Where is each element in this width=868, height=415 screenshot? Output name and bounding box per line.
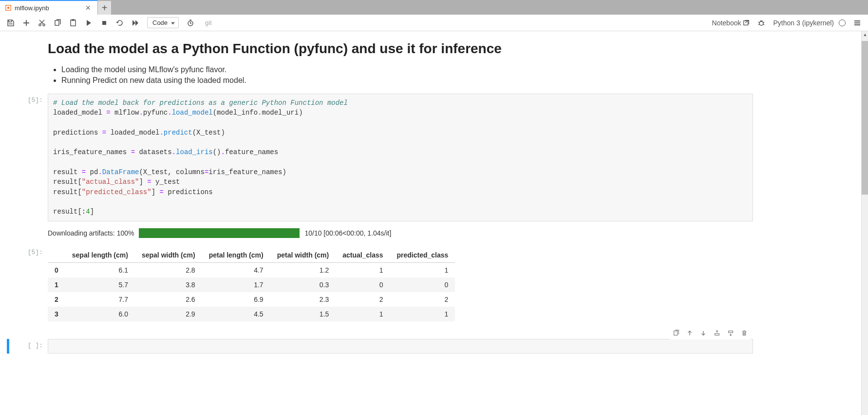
run-button[interactable]	[82, 16, 95, 30]
add-cell-button[interactable]	[19, 16, 33, 30]
svg-rect-4	[55, 20, 59, 25]
svg-rect-7	[102, 21, 106, 25]
stop-button[interactable]	[97, 16, 111, 30]
close-icon[interactable]: ×	[83, 3, 93, 13]
svg-point-1	[7, 7, 9, 9]
toolbar: Code git Notebook Python 3 (ipykernel)	[0, 15, 868, 31]
save-button[interactable]	[4, 16, 18, 30]
tab-title: mlflow.ipynb	[15, 4, 49, 12]
notebook-icon	[5, 4, 12, 11]
tab-mlflow[interactable]: mlflow.ipynb ×	[0, 0, 97, 15]
kernel-label[interactable]: Python 3 (ipykernel)	[773, 19, 834, 27]
timer-icon[interactable]	[184, 16, 197, 30]
copy-button[interactable]	[51, 16, 64, 30]
cell-type-select[interactable]: Code	[147, 17, 179, 28]
svg-point-10	[759, 21, 763, 25]
bug-icon[interactable]	[755, 16, 768, 30]
paste-button[interactable]	[66, 16, 80, 30]
kernel-status-idle-icon[interactable]	[839, 20, 846, 26]
tab-bar: mlflow.ipynb × +	[0, 0, 868, 15]
run-all-button[interactable]	[129, 16, 142, 30]
cut-button[interactable]	[35, 16, 49, 30]
add-tab-button[interactable]: +	[97, 1, 111, 15]
svg-rect-5	[71, 20, 75, 26]
menu-icon[interactable]	[850, 16, 864, 30]
git-label: git	[205, 19, 212, 26]
notebook-mode-label[interactable]: Notebook	[712, 19, 750, 27]
restart-button[interactable]	[113, 16, 127, 30]
svg-point-3	[43, 24, 45, 26]
svg-point-2	[39, 24, 41, 26]
